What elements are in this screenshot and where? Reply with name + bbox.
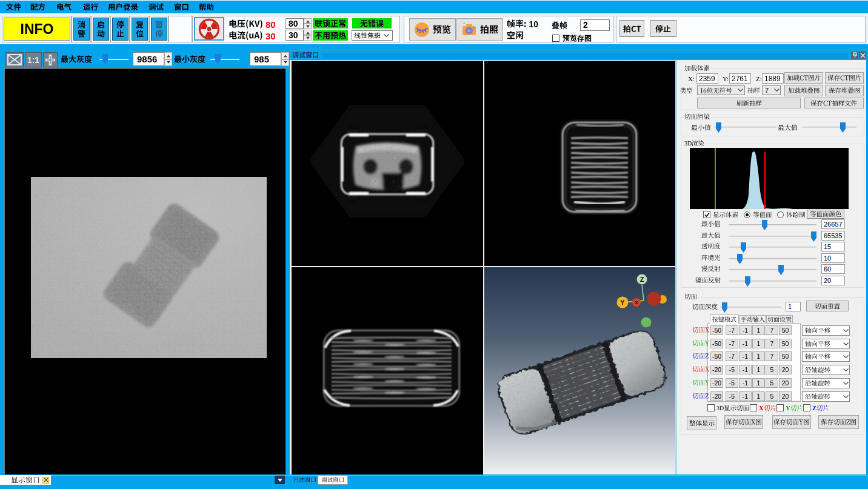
svg-text:Y: Y: [620, 299, 625, 306]
svg-text:x: x: [635, 299, 638, 305]
svg-text:Z: Z: [640, 276, 644, 283]
